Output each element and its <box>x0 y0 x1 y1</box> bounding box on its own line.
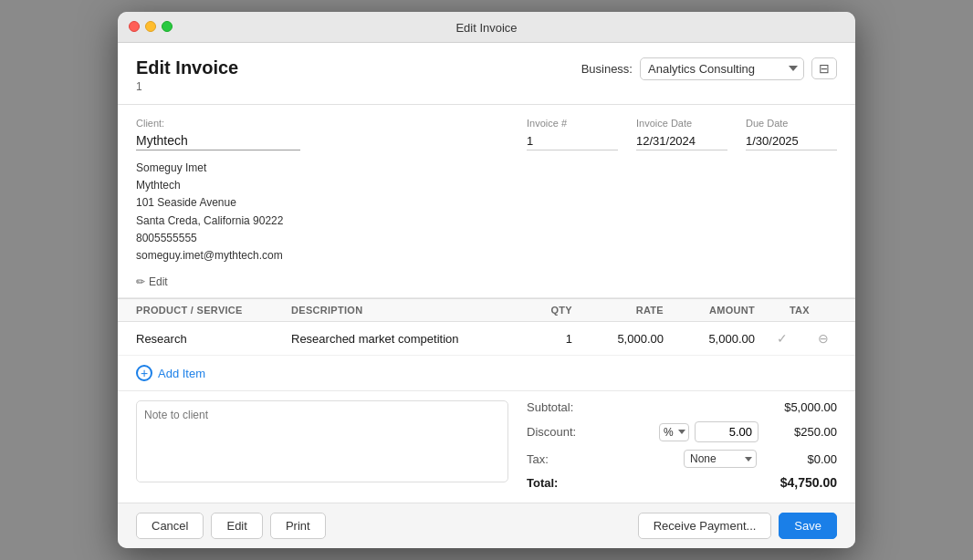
subtotal-row: Subtotal: $5,000.00 <box>527 400 837 414</box>
due-date-field: Due Date <box>746 118 837 150</box>
save-button[interactable]: Save <box>779 513 837 539</box>
tax-controls: None $0.00 <box>684 450 837 468</box>
client-email: someguy.imet@mythtech.com <box>136 247 508 264</box>
bottom-section: Subtotal: $5,000.00 Discount: % $ $250.0… <box>118 391 855 503</box>
form-section: Client: Someguy Imet Mythtech 101 Seasid… <box>118 105 855 298</box>
row-remove-button[interactable]: ⊖ <box>810 331 837 346</box>
row-product: Research <box>136 332 291 346</box>
due-date-label: Due Date <box>746 118 837 129</box>
edit-label: Edit <box>149 275 168 288</box>
add-item-row: + Add Item <box>118 356 855 391</box>
client-edit-button[interactable]: ✏ Edit <box>136 275 168 288</box>
totals-block: Subtotal: $5,000.00 Discount: % $ $250.0… <box>527 400 837 490</box>
invoice-date-input[interactable] <box>636 132 727 150</box>
footer-right: Receive Payment... Save <box>638 513 837 539</box>
row-qty: 1 <box>499 332 572 346</box>
total-label: Total: <box>527 476 558 490</box>
traffic-lights <box>129 21 173 32</box>
tax-select[interactable]: None <box>684 450 757 468</box>
tax-value: $0.00 <box>764 452 837 466</box>
invoice-id: 1 <box>136 80 238 93</box>
row-amount: 5,000.00 <box>664 332 755 346</box>
header-left: Edit Invoice 1 <box>136 57 238 93</box>
client-name-input[interactable] <box>136 131 300 150</box>
add-item-label: Add Item <box>158 367 205 380</box>
business-label: Business: <box>581 62 633 76</box>
client-company: Mythtech <box>136 177 508 194</box>
maximize-button[interactable] <box>162 21 173 32</box>
discount-amount-input[interactable] <box>695 421 759 442</box>
sidebar-toggle-icon: ⊟ <box>819 61 830 76</box>
add-item-button[interactable]: + Add Item <box>136 365 205 381</box>
discount-row: Discount: % $ $250.00 <box>527 421 837 442</box>
total-value: $4,750.00 <box>764 475 837 490</box>
col-qty: QTY <box>499 305 572 316</box>
col-tax: TAX <box>755 305 810 316</box>
pencil-icon: ✏ <box>136 275 145 288</box>
header-section: Edit Invoice 1 Business: Analytics Consu… <box>118 43 855 105</box>
discount-controls: % $ $250.00 <box>659 421 837 442</box>
subtotal-value: $5,000.00 <box>764 400 837 414</box>
cancel-button[interactable]: Cancel <box>136 513 204 539</box>
subtotal-label: Subtotal: <box>527 400 573 414</box>
receive-payment-button[interactable]: Receive Payment... <box>638 513 772 539</box>
print-button[interactable]: Print <box>270 513 326 539</box>
client-address2: Santa Creda, California 90222 <box>136 213 508 230</box>
client-block: Client: Someguy Imet Mythtech 101 Seasid… <box>136 118 508 288</box>
invoice-number-label: Invoice # <box>527 118 618 129</box>
col-product: PRODUCT / SERVICE <box>136 305 291 316</box>
page-title: Edit Invoice <box>136 57 238 78</box>
col-rate: RATE <box>572 305 664 316</box>
client-address1: 101 Seaside Avenue <box>136 194 508 212</box>
total-row: Total: $4,750.00 <box>527 475 837 490</box>
footer-left: Cancel Edit Print <box>136 513 326 539</box>
invoice-date-field: Invoice Date <box>636 118 727 150</box>
footer: Cancel Edit Print Receive Payment... Sav… <box>118 503 855 548</box>
header-right: Business: Analytics Consulting ⊟ <box>581 57 837 80</box>
row-tax-checkbox[interactable]: ✓ <box>755 331 810 346</box>
line-items-table: PRODUCT / SERVICE DESCRIPTION QTY RATE A… <box>118 298 855 356</box>
invoice-number-field: Invoice # <box>527 118 618 150</box>
due-date-input[interactable] <box>746 132 837 150</box>
discount-label: Discount: <box>527 425 576 439</box>
client-contact-name: Someguy Imet <box>136 160 508 177</box>
invoice-fields: Invoice # Invoice Date Due Date <box>527 118 837 288</box>
col-description: DESCRIPTION <box>291 305 499 316</box>
col-amount: AMOUNT <box>664 305 755 316</box>
client-label: Client: <box>136 118 508 129</box>
edit-invoice-window: Edit Invoice Edit Invoice 1 Business: An… <box>118 12 855 548</box>
business-select[interactable]: Analytics Consulting <box>640 57 804 80</box>
sidebar-toggle-button[interactable]: ⊟ <box>811 57 837 79</box>
note-area <box>136 400 508 490</box>
discount-value: $250.00 <box>764 425 837 439</box>
row-rate: 5,000.00 <box>572 332 664 346</box>
row-description: Researched market competition <box>291 332 499 346</box>
minimize-button[interactable] <box>145 21 156 32</box>
discount-type-select[interactable]: % $ <box>659 423 689 441</box>
invoice-date-label: Invoice Date <box>636 118 727 129</box>
table-row: Research Researched market competition 1… <box>118 322 855 356</box>
edit-button[interactable]: Edit <box>211 513 262 539</box>
window-title: Edit Invoice <box>455 21 517 35</box>
close-button[interactable] <box>129 21 140 32</box>
col-actions <box>810 305 837 316</box>
client-phone: 8005555555 <box>136 230 508 247</box>
titlebar: Edit Invoice <box>118 12 855 43</box>
invoice-number-input[interactable] <box>527 132 618 150</box>
add-item-icon: + <box>136 365 152 381</box>
note-textarea[interactable] <box>136 400 508 482</box>
tax-row: Tax: None $0.00 <box>527 450 837 468</box>
main-content: Edit Invoice 1 Business: Analytics Consu… <box>118 43 855 503</box>
tax-label: Tax: <box>527 452 549 466</box>
client-info: Someguy Imet Mythtech 101 Seaside Avenue… <box>136 160 508 264</box>
table-header: PRODUCT / SERVICE DESCRIPTION QTY RATE A… <box>118 299 855 322</box>
